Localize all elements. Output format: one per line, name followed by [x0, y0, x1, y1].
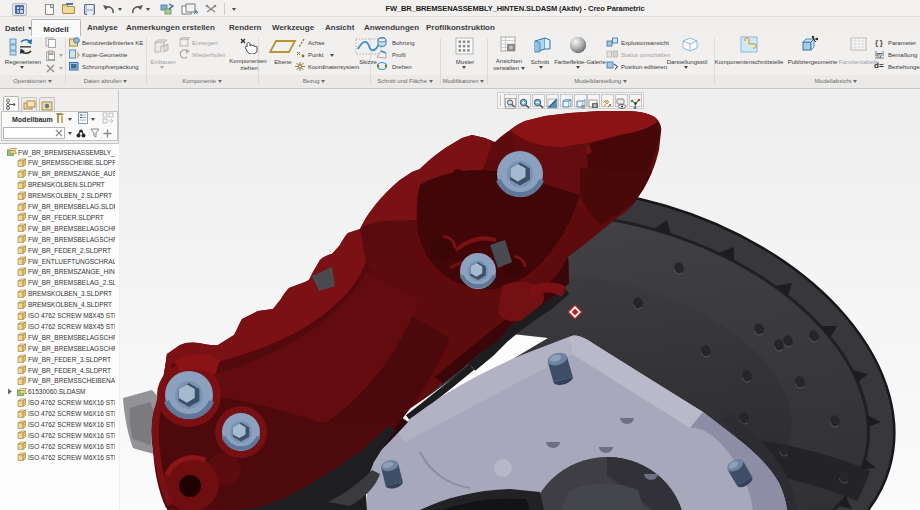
svg-text:xy: xy [876, 52, 882, 58]
